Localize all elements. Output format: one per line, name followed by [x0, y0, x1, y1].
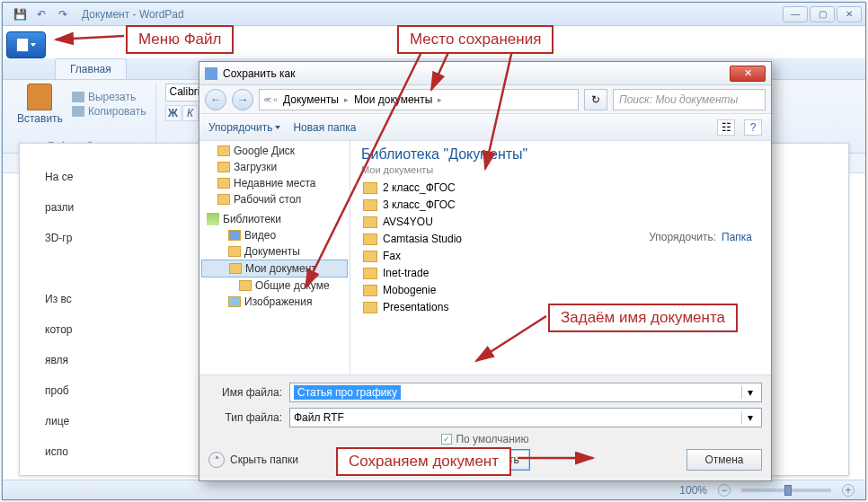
images-icon	[228, 296, 241, 307]
status-bar: 100% − +	[3, 480, 865, 499]
filename-input[interactable]: Статья про графику ▾	[289, 383, 762, 402]
minimize-button[interactable]: —	[783, 6, 808, 22]
folder-icon	[228, 246, 241, 257]
sort-control: Упорядочить: Папка	[649, 231, 755, 243]
refresh-button[interactable]: ↻	[584, 89, 607, 110]
tree-item: Недавние места	[199, 175, 350, 191]
tree-item: Общие докуме	[199, 277, 350, 294]
filetype-label: Тип файла:	[208, 411, 289, 424]
scissors-icon	[72, 92, 84, 102]
zoom-label: 100%	[679, 484, 707, 497]
zoom-slider[interactable]	[741, 489, 831, 492]
hide-folders-button[interactable]: ˄ Скрыть папки	[208, 452, 298, 468]
copy-icon	[72, 106, 84, 117]
folder-icon	[217, 162, 230, 172]
copy-button[interactable]: Копировать	[72, 105, 146, 118]
list-item[interactable]: AVS4YOU	[361, 215, 760, 229]
breadcrumb-item[interactable]: Документы	[279, 93, 342, 106]
nav-back-button[interactable]: ←	[205, 89, 226, 110]
dialog-nav-bar: ← → ≪ « Документы ▸ Мои документы ▸ ↻ По…	[199, 85, 771, 114]
window-title: Документ - WordPad	[82, 8, 184, 21]
tree-item: Загрузки	[199, 159, 350, 175]
annotation-set-filename: Задаём имя документа	[548, 304, 738, 332]
folder-icon	[363, 233, 377, 245]
redo-icon[interactable]: ↷	[55, 6, 71, 22]
organize-menu[interactable]: Упорядочить	[208, 121, 280, 134]
new-folder-button[interactable]: Новая папка	[293, 121, 356, 134]
folder-icon	[217, 194, 230, 205]
undo-icon[interactable]: ↶	[33, 6, 49, 22]
checkbox-icon: ✓	[441, 434, 452, 445]
dialog-titlebar: Сохранить как ✕	[199, 62, 771, 85]
wordpad-titlebar: 💾 ↶ ↷ Документ - WordPad — ▢ ✕	[3, 3, 865, 26]
folder-icon	[217, 178, 230, 189]
zoom-in-button[interactable]: +	[842, 484, 855, 497]
chevron-down-icon[interactable]: ▾	[741, 386, 757, 399]
list-item[interactable]: 2 класс_ФГОС	[361, 181, 760, 195]
italic-button[interactable]: К	[182, 105, 199, 121]
breadcrumb-item[interactable]: Мои документы	[350, 93, 436, 106]
paste-button[interactable]: Вставить	[17, 84, 63, 125]
list-item[interactable]: Fax	[361, 249, 760, 263]
folder-icon	[239, 280, 252, 291]
cancel-button[interactable]: Отмена	[686, 449, 762, 471]
list-item[interactable]: Mobogenie	[361, 283, 760, 297]
annotation-menu-file: Меню Файл	[126, 25, 234, 54]
quick-access-toolbar: 💾 ↶ ↷	[12, 6, 71, 22]
annotation-save-doc: Сохраняем документ	[336, 447, 511, 476]
chevron-left-icon: ≪	[263, 95, 271, 104]
annotation-save-location: Место сохранения	[397, 25, 554, 54]
folder-icon	[363, 216, 377, 228]
chevron-up-icon: ˄	[208, 452, 225, 468]
folder-content[interactable]: Библиотека "Документы" Мои документы Упо…	[350, 141, 771, 374]
list-item[interactable]: Inet-trade	[361, 266, 760, 280]
save-as-dialog: Сохранить как ✕ ← → ≪ « Документы ▸ Мои …	[199, 61, 772, 481]
folder-icon	[363, 302, 377, 313]
tree-item: Рабочий стол	[199, 191, 350, 207]
folder-icon	[217, 145, 230, 156]
nav-forward-button[interactable]: →	[232, 89, 253, 110]
folder-list: 2 класс_ФГОС 3 класс_ФГОС AVS4YOU Camtas…	[361, 181, 760, 314]
filetype-select[interactable]: Файл RTF ▾	[289, 408, 762, 427]
folder-icon	[363, 285, 377, 296]
dialog-title: Сохранить как	[223, 67, 295, 80]
chevron-right-icon: ▸	[344, 95, 349, 104]
save-icon[interactable]: 💾	[12, 6, 28, 22]
location-title: Библиотека "Документы"	[361, 146, 760, 163]
maximize-button[interactable]: ▢	[810, 6, 835, 22]
view-mode-button[interactable]: ☷	[717, 119, 735, 136]
list-item[interactable]: 3 класс_ФГОС	[361, 198, 760, 212]
zoom-out-button[interactable]: −	[718, 484, 731, 497]
folder-icon	[363, 199, 377, 211]
sort-link[interactable]: Папка	[722, 231, 755, 243]
help-button[interactable]: ?	[744, 119, 762, 136]
filename-value: Статья про графику	[294, 385, 401, 400]
location-subtitle: Мои документы	[361, 164, 760, 175]
dialog-close-button[interactable]: ✕	[730, 66, 766, 82]
folder-icon	[229, 263, 242, 274]
tree-item: Документы	[199, 243, 350, 260]
library-icon	[207, 213, 219, 225]
close-button[interactable]: ✕	[837, 6, 862, 22]
bold-button[interactable]: Ж	[165, 105, 182, 121]
chevron-down-icon	[275, 126, 280, 129]
folder-icon	[363, 251, 377, 262]
filetype-value: Файл RTF	[294, 411, 344, 424]
cut-button[interactable]: Вырезать	[72, 91, 146, 103]
tree-item: Изображения	[199, 294, 350, 310]
chevron-down-icon[interactable]: ▾	[741, 411, 757, 424]
filename-label: Имя файла:	[208, 386, 289, 399]
tree-item-selected[interactable]: Мои документ	[201, 260, 348, 277]
tree-libraries-header[interactable]: Библиотеки	[199, 207, 350, 227]
default-format-checkbox[interactable]: ✓ По умолчанию	[208, 433, 762, 445]
file-menu-button[interactable]	[6, 31, 46, 58]
dialog-icon	[205, 67, 217, 80]
folder-tree[interactable]: Google Диск Загрузки Недавние места Рабо…	[199, 141, 350, 374]
search-input[interactable]: Поиск: Мои документы	[613, 89, 766, 110]
tab-home[interactable]: Главная	[55, 58, 127, 79]
chevron-right-icon: ▸	[438, 95, 442, 104]
breadcrumb[interactable]: ≪ « Документы ▸ Мои документы ▸	[259, 89, 579, 110]
tree-item: Google Диск	[199, 143, 350, 159]
folder-icon	[363, 268, 377, 279]
dialog-toolbar: Упорядочить Новая папка ☷ ?	[199, 114, 771, 141]
